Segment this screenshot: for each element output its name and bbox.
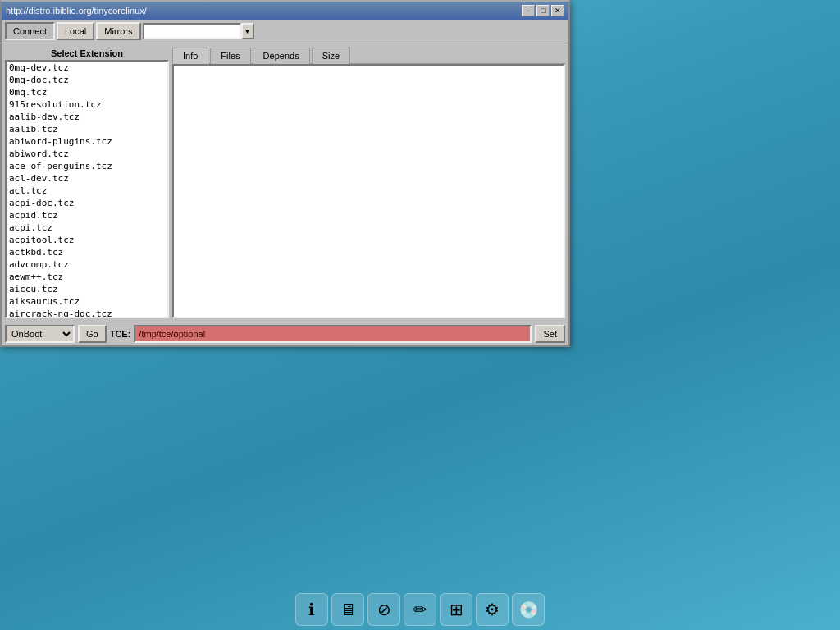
list-item[interactable]: abiword.tcz [7,148,167,160]
go-button[interactable]: Go [78,325,107,343]
mirrors-button[interactable]: Mirrors [96,22,140,40]
no-sign-icon[interactable]: ⊘ [368,593,400,626]
list-item[interactable]: aiccu.tcz [7,283,167,295]
onboot-select[interactable]: OnBootOnDemand [5,325,75,343]
list-item[interactable]: aiksaurus.tcz [7,295,167,308]
list-item[interactable]: aalib-dev.tcz [7,111,167,123]
list-item[interactable]: 0mq-doc.tcz [7,74,167,86]
maximize-button[interactable]: □ [536,5,550,16]
close-button[interactable]: ✕ [551,5,564,16]
list-item[interactable]: 915resolution.tcz [7,98,167,111]
search-container: ▼ [143,23,254,39]
local-button[interactable]: Local [57,22,94,40]
list-item[interactable]: abiword-plugins.tcz [7,135,167,148]
pen-icon[interactable]: ✏ [404,593,436,626]
list-item[interactable]: ace-of-penguins.tcz [7,160,167,172]
minimize-button[interactable]: − [522,5,535,16]
search-dropdown-button[interactable]: ▼ [241,23,254,39]
bottom-bar: OnBootOnDemand Go TCE: Set [2,322,568,345]
list-item[interactable]: acl.tcz [7,185,167,197]
set-button[interactable]: Set [535,325,565,343]
list-item[interactable]: acpi-doc.tcz [7,197,167,209]
list-item[interactable]: acpi.tcz [7,221,167,234]
list-item[interactable]: 0mq.tcz [7,86,167,98]
list-item[interactable]: aalib.tcz [7,123,167,135]
title-bar-buttons: − □ ✕ [522,5,564,16]
panel-title: Select Extension [5,47,169,60]
connect-button[interactable]: Connect [5,22,55,40]
tab-content-area [172,64,565,318]
left-panel: Select Extension 0mq-dev.tcz0mq-doc.tcz0… [5,47,169,318]
toolbar: Connect Local Mirrors ▼ [2,20,568,43]
tce-label: TCE: [110,329,131,339]
monitor-icon[interactable]: 🖥 [331,593,364,626]
title-bar: http://distro.ibiblio.org/tinycorelinux/… [2,2,568,20]
extension-list[interactable]: 0mq-dev.tcz0mq-doc.tcz0mq.tcz915resoluti… [7,62,167,317]
grid-icon[interactable]: ⊞ [440,593,472,626]
tce-path-input[interactable] [134,325,532,343]
tabs: InfoFilesDependsSize [172,47,565,64]
tab-files[interactable]: Files [210,48,250,64]
tab-size[interactable]: Size [312,48,350,64]
tab-info[interactable]: Info [172,48,208,64]
extension-list-container: 0mq-dev.tcz0mq-doc.tcz0mq.tcz915resoluti… [5,60,169,318]
list-item[interactable]: acpitool.tcz [7,234,167,246]
list-item[interactable]: acpid.tcz [7,209,167,221]
circle-info-icon[interactable]: ℹ [295,593,328,626]
storage-icon[interactable]: 💿 [512,593,545,626]
list-item[interactable]: acl-dev.tcz [7,172,167,185]
list-item[interactable]: aircrack-ng-doc.tcz [7,308,167,317]
tab-depends[interactable]: Depends [253,48,310,64]
list-item[interactable]: actkbd.tcz [7,246,167,258]
window-title: http://distro.ibiblio.org/tinycorelinux/ [6,6,147,16]
search-input[interactable] [143,23,241,39]
list-item[interactable]: advcomp.tcz [7,258,167,271]
main-window: http://distro.ibiblio.org/tinycorelinux/… [0,0,570,347]
main-content: Select Extension 0mq-dev.tcz0mq-doc.tcz0… [2,43,568,322]
list-item[interactable]: aewm++.tcz [7,271,167,283]
settings-icon[interactable]: ⚙ [476,593,509,626]
right-panel: InfoFilesDependsSize [172,47,565,318]
taskbar: ℹ🖥⊘✏⊞⚙💿 [0,589,840,630]
list-item[interactable]: 0mq-dev.tcz [7,62,167,74]
